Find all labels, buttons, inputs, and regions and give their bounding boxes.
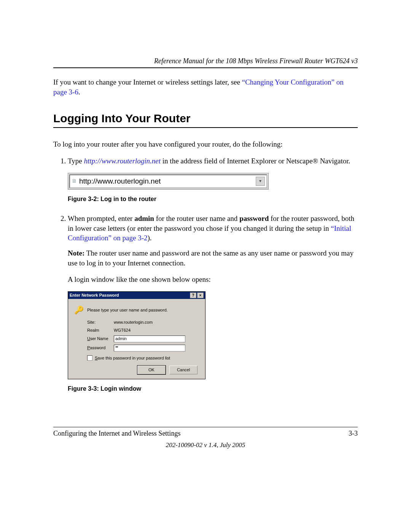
s2-c: for the router user name and (154, 214, 239, 222)
save-password-row: Save this password in your password list (87, 355, 199, 361)
step2-note: Note: The router user name and password … (68, 248, 358, 268)
key-icon: 🔑 (74, 304, 83, 316)
s2-a: When prompted, enter (68, 214, 134, 222)
note-label: Note: (68, 249, 84, 257)
dialog-message: Please type your user name and password. (87, 307, 168, 313)
dialog-title: Enter Network Password (70, 292, 190, 298)
dialog-body: 🔑 Please type your user name and passwor… (68, 299, 205, 379)
section-rule (53, 127, 358, 128)
figure-address-bar: 🗎 http://www.routerlogin.net ▾ (68, 173, 358, 190)
s2-f: ). (147, 234, 151, 242)
username-row: User Name admin (87, 335, 199, 342)
dialog-titlebar: Enter Network Password ? × (68, 292, 205, 299)
header-rule (53, 67, 358, 68)
ok-button[interactable]: OK (137, 366, 166, 374)
figure-3-3-caption: Figure 3-3: Login window (68, 385, 358, 393)
login-dialog: Enter Network Password ? × 🔑 Please type… (68, 291, 206, 379)
link-routerlogin-url[interactable]: http://www.routerlogin.net (84, 157, 161, 165)
address-bar-text: http://www.routerlogin.net (78, 176, 256, 186)
intro-paragraph: If you want to change your Internet or w… (53, 77, 358, 97)
footer-chapter: Configuring the Internet and Wireless Se… (53, 430, 180, 438)
figure-3-2-caption: Figure 3-2: Log in to the router (68, 195, 358, 203)
username-label: User Name (87, 336, 114, 342)
s2-admin: admin (134, 214, 154, 222)
realm-label: Realm (87, 328, 114, 333)
step1-before: Type (68, 157, 84, 165)
realm-value: WGT624 (114, 328, 131, 333)
lead-paragraph: To log into your router after you have c… (53, 139, 358, 149)
cancel-button[interactable]: Cancel (169, 366, 198, 374)
page-footer: Configuring the Internet and Wireless Se… (53, 427, 358, 449)
note-text: The router user name and password are no… (68, 249, 354, 267)
intro-text-after: . (78, 88, 80, 96)
site-label: Site: (87, 320, 114, 325)
save-password-label: Save this password in your password list (95, 355, 170, 361)
page-icon: 🗎 (70, 177, 78, 185)
site-row: Site: www.routerlogin.com (87, 320, 199, 325)
save-password-checkbox[interactable] (87, 355, 92, 361)
chevron-down-icon[interactable]: ▾ (256, 177, 265, 186)
password-row: Password ••••••• (87, 345, 199, 351)
help-button[interactable]: ? (190, 292, 196, 298)
close-button[interactable]: × (197, 292, 204, 298)
site-value: www.routerlogin.com (114, 320, 153, 325)
step1-after: in the address field of Internet Explore… (161, 157, 350, 165)
realm-row: Realm WGT624 (87, 328, 199, 333)
dialog-button-row: OK Cancel (74, 366, 199, 374)
page: Reference Manual for the 108 Mbps Wirele… (0, 0, 411, 472)
footer-version: 202-10090-02 v 1.4, July 2005 (53, 441, 358, 449)
section-heading: Logging Into Your Router (53, 112, 358, 125)
step-2: When prompted, enter admin for the route… (68, 214, 358, 393)
steps-list: Type http://www.routerlogin.net in the a… (53, 156, 358, 393)
password-label: Password (87, 345, 114, 351)
address-bar[interactable]: 🗎 http://www.routerlogin.net ▾ (69, 174, 267, 188)
running-header: Reference Manual for the 108 Mbps Wirele… (53, 57, 358, 65)
footer-page-number: 3-3 (349, 430, 358, 438)
address-bar-frame: 🗎 http://www.routerlogin.net ▾ (68, 173, 269, 190)
username-input[interactable]: admin (114, 335, 185, 342)
s2-password: password (239, 214, 269, 222)
step2-p3: A login window like the one shown below … (68, 275, 358, 284)
intro-text-before: If you want to change your Internet or w… (53, 78, 242, 86)
password-input[interactable]: ••••••• (114, 345, 185, 351)
step-1: Type http://www.routerlogin.net in the a… (68, 156, 358, 203)
footer-rule (53, 427, 358, 427)
